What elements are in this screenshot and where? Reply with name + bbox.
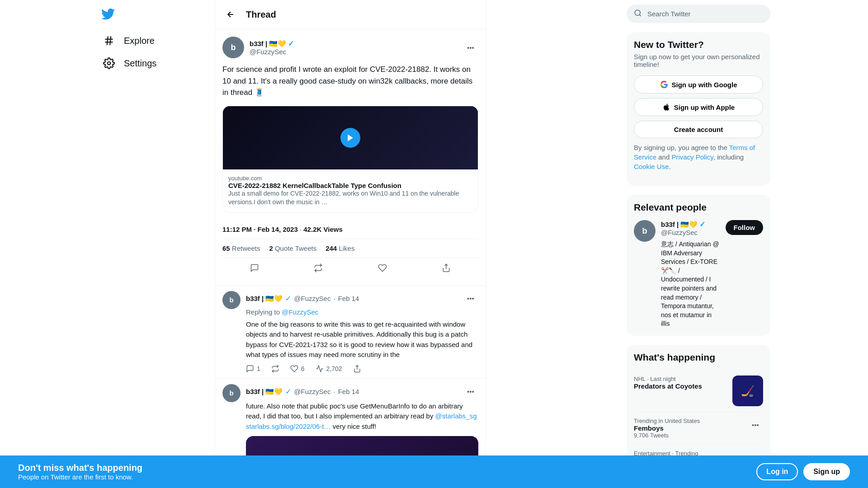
sidebar-item-settings[interactable]: Settings (96, 52, 209, 75)
card-source: youtube.com (228, 175, 472, 182)
reply-1-more[interactable]: ••• (463, 291, 478, 306)
search-bar[interactable] (627, 5, 770, 23)
thread-title: Thread (246, 9, 276, 20)
reply-2-username: b33f | 🇺🇦💛 (246, 388, 283, 396)
follow-button[interactable]: Follow (726, 220, 764, 235)
tweet-actions (222, 258, 478, 278)
reply-2-handle: @FuzzySec (294, 388, 330, 395)
starlabs-blog-link[interactable]: starlabs.sg/blog/2022/06-t… (246, 422, 331, 430)
whats-happening-title: What's happening (634, 352, 763, 363)
new-to-twitter-panel: New to Twitter? Sign up now to get your … (627, 32, 770, 186)
privacy-policy-link[interactable]: Privacy Policy (671, 153, 713, 161)
banner-text: Don't miss what's happening People on Tw… (18, 463, 142, 481)
reply-1-avatar: b (222, 291, 241, 309)
apple-signup-button[interactable]: Sign up with Apple (634, 98, 763, 116)
banner-signup-button[interactable]: Sign up (803, 463, 850, 480)
hashtag-icon (103, 35, 115, 47)
create-account-button[interactable]: Create account (634, 121, 763, 138)
reply-action[interactable] (246, 260, 263, 276)
svg-line-23 (639, 14, 641, 16)
apple-icon (662, 103, 670, 111)
sidebar-item-explore[interactable]: Explore (96, 29, 209, 52)
nhl-name: Predators at Coyotes (634, 382, 732, 390)
trending-item-nhl[interactable]: NHL · Last night Predators at Coyotes 🏒 (634, 370, 763, 412)
google-icon (660, 80, 668, 89)
reply-1-username: b33f | 🇺🇦💛 (246, 295, 283, 303)
main-tweet: b b33f | 🇺🇦💛 ✓ @FuzzySec ••• For science… (215, 29, 486, 286)
share-action[interactable] (438, 260, 454, 276)
main-tweet-avatar: b (222, 37, 244, 58)
reply-2-date-val: Feb 14 (338, 388, 359, 395)
person-card: b b33f | 🇺🇦💛 ✓ @FuzzySec 意志 / Antiquaria… (634, 220, 763, 328)
back-button[interactable] (222, 6, 239, 23)
svg-marker-5 (348, 134, 353, 141)
nhl-image: 🏒 (732, 375, 763, 406)
search-icon (634, 9, 642, 19)
reply-1-date-val: Feb 14 (338, 295, 359, 302)
explore-label: Explore (124, 36, 155, 46)
new-to-twitter-subtitle: Sign up now to get your own personalized… (634, 53, 763, 68)
cookie-use-link[interactable]: Cookie Use (634, 163, 669, 170)
tweet-time: 11:12 PM · Feb 14, 2023 · 42.2K Views (222, 220, 478, 239)
terms-text: By signing up, you agree to the Terms of… (634, 143, 763, 171)
card-title: CVE-2022-21882 KernelCallbackTable Type … (228, 182, 472, 189)
nhl-category: NHL · Last night (634, 375, 732, 382)
settings-label: Settings (124, 58, 156, 69)
person-verified-icon: ✓ (699, 220, 705, 229)
more-options-button[interactable]: ••• (463, 40, 478, 55)
reply-2-avatar: b (222, 384, 241, 402)
reply-1-like[interactable]: 6 (290, 365, 305, 373)
replying-to-link-1[interactable]: @FuzzySec (282, 308, 318, 316)
relevant-people-panel: Relevant people b b33f | 🇺🇦💛 ✓ @FuzzySec… (627, 195, 770, 336)
likes-count[interactable]: 244 Likes (326, 244, 354, 252)
svg-point-4 (108, 62, 111, 65)
thread-header: Thread (215, 0, 486, 29)
svg-line-3 (110, 36, 111, 45)
reply-2-verified: ✓ (285, 387, 291, 396)
svg-point-22 (635, 10, 640, 15)
search-input[interactable] (647, 10, 763, 18)
tweet-card[interactable]: youtube.com CVE-2022-21882 KernelCallbac… (222, 106, 478, 213)
person-name: b33f | 🇺🇦💛 ✓ (661, 220, 720, 229)
reply-tweet-1: b b33f | 🇺🇦💛 ✓ @FuzzySec · Feb 14 ••• Re… (215, 286, 486, 379)
reply-1-date: · (333, 295, 335, 302)
retweet-action[interactable] (310, 260, 326, 276)
reply-1-body: One of the big reasons to write this was… (246, 319, 478, 360)
apple-signup-label: Sign up with Apple (674, 103, 735, 111)
person-bio: 意志 / Antiquarian @ IBM Adversary Service… (661, 240, 720, 328)
card-desc: Just a small demo for CVE-2022-21882, wo… (228, 189, 472, 207)
banner-actions: Log in Sign up (756, 463, 850, 480)
play-button[interactable] (340, 128, 360, 148)
relevant-people-title: Relevant people (634, 202, 763, 213)
reply-1-verified: ✓ (285, 294, 291, 303)
google-signup-button[interactable]: Sign up with Google (634, 75, 763, 94)
reply-1-comment[interactable]: 1 (246, 365, 260, 373)
femboys-more-btn[interactable]: ••• (748, 418, 763, 433)
reply-2-more[interactable]: ••• (463, 384, 478, 399)
like-action[interactable] (374, 260, 391, 276)
femboys-name: Femboys (634, 424, 748, 432)
main-tweet-handle: @FuzzySec (250, 48, 294, 56)
reply-1-retweet[interactable] (271, 365, 279, 373)
reply-1-share[interactable] (353, 365, 361, 373)
quote-tweets-count[interactable]: 2 Quote Tweets (269, 244, 316, 252)
reply-1-views: 2,702 (316, 365, 342, 373)
reply-1-actions: 1 6 2,702 (246, 365, 478, 373)
main-tweet-body: For science and profit I wrote an exploi… (222, 64, 478, 99)
reply-2-date: · (333, 388, 335, 395)
person-handle: @FuzzySec (661, 229, 720, 236)
femboys-category: Trending in United States (634, 418, 748, 424)
main-tweet-username: b33f | 🇺🇦💛 ✓ (250, 39, 294, 48)
starlabs-link[interactable]: @starlabs_sg (435, 412, 477, 420)
banner-login-button[interactable]: Log in (756, 463, 798, 480)
bottom-banner: Don't miss what's happening People on Tw… (0, 455, 868, 488)
reply-2-body: future. Also note that public poc's use … (246, 401, 478, 432)
reply-1-handle: @FuzzySec (294, 295, 330, 302)
verified-icon: ✓ (288, 39, 294, 48)
svg-line-2 (107, 36, 108, 45)
trending-item-femboys[interactable]: Trending in United States Femboys 9,706 … (634, 412, 763, 445)
twitter-logo[interactable] (96, 2, 120, 28)
create-account-label: Create account (674, 126, 723, 133)
retweets-count[interactable]: 65 Retweets (222, 244, 260, 252)
person-avatar: b (634, 220, 656, 242)
